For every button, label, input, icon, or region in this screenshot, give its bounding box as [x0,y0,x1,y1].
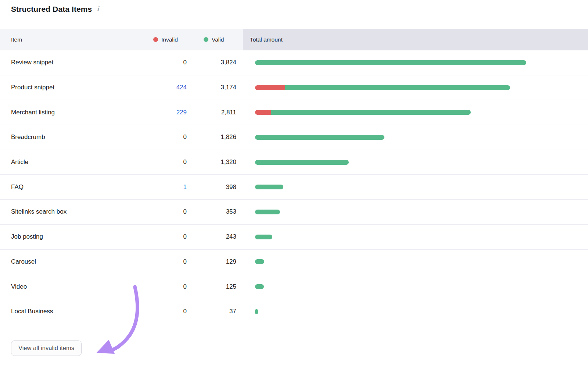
item-name: Sitelinks search box [0,208,145,215]
item-name: FAQ [0,183,145,191]
valid-bar-segment [255,259,264,264]
invalid-legend-dot-icon [153,37,158,42]
valid-count: 37 [190,308,243,315]
column-header-invalid: Invalid [145,36,190,43]
stacked-bar [255,60,526,65]
table-row: Merchant listing2292,811 [0,100,588,125]
valid-count: 3,174 [190,84,243,91]
valid-bar-segment [255,60,526,65]
item-name: Review snippet [0,59,145,66]
item-name: Job posting [0,233,145,240]
stacked-bar [255,160,349,165]
page-title: Structured Data Items [11,4,92,14]
invalid-count-link[interactable]: 1 [183,183,187,190]
table-row: FAQ1398 [0,175,588,200]
stacked-bar [255,185,283,189]
table-row: Article01,320 [0,150,588,175]
table-row: Local Business037 [0,299,588,324]
valid-bar-segment [255,185,283,189]
invalid-count: 0 [183,258,187,265]
item-name: Video [0,283,145,290]
invalid-count: 0 [183,158,187,165]
item-name: Breadcrumb [0,133,145,141]
table-row: Product snippet4243,174 [0,75,588,100]
stacked-bar [255,259,264,264]
stacked-bar [255,210,280,214]
invalid-count: 0 [183,133,187,140]
table-row: Job posting0243 [0,225,588,250]
invalid-bar-segment [255,85,285,90]
valid-bar-segment [271,110,471,115]
stacked-bar [255,309,258,314]
item-name: Product snippet [0,84,145,91]
table-row: Breadcrumb01,826 [0,125,588,150]
invalid-legend-label: Invalid [161,36,178,43]
stacked-bar [255,110,471,115]
invalid-count: 0 [183,308,187,315]
item-name: Local Business [0,308,145,315]
info-icon[interactable]: i [97,4,99,14]
valid-count: 125 [190,283,243,290]
invalid-count: 0 [183,59,187,66]
stacked-bar [255,284,264,289]
item-name: Carousel [0,258,145,265]
valid-bar-segment [255,284,264,289]
stacked-bar [255,235,272,239]
table-row: Review snippet03,824 [0,50,588,75]
valid-count: 243 [190,233,243,240]
valid-count: 353 [190,208,243,215]
table-row: Video0125 [0,274,588,299]
valid-count: 398 [190,183,243,191]
valid-legend-dot-icon [204,37,208,42]
valid-count: 3,824 [190,59,243,66]
invalid-count-link[interactable]: 424 [176,84,187,91]
invalid-count: 0 [183,233,187,240]
valid-bar-segment [255,160,349,165]
item-name: Merchant listing [0,109,145,116]
invalid-count: 0 [183,283,187,290]
valid-bar-segment [255,309,258,314]
table-header: Item Invalid Valid Total amount [0,29,588,50]
column-header-valid: Valid [190,36,243,43]
footer-actions: View all invalid items [11,340,588,356]
invalid-bar-segment [255,110,271,115]
valid-bar-segment [255,235,272,239]
table-body: Review snippet03,824Product snippet4243,… [0,50,588,324]
column-header-total-amount[interactable]: Total amount [243,29,588,50]
valid-bar-segment [285,85,510,90]
structured-data-items-panel: { "page": { "title": "Structured Data It… [0,0,588,371]
stacked-bar [255,135,384,140]
item-name: Article [0,158,145,166]
valid-count: 129 [190,258,243,265]
valid-count: 1,320 [190,158,243,166]
valid-count: 1,826 [190,133,243,141]
column-header-item: Item [0,36,145,43]
view-all-invalid-items-button[interactable]: View all invalid items [11,340,82,356]
invalid-count: 0 [183,208,187,215]
valid-bar-segment [255,135,384,140]
stacked-bar [255,85,510,90]
valid-count: 2,811 [190,109,243,116]
total-amount-label: Total amount [250,36,283,43]
table-row: Carousel0129 [0,250,588,275]
table-row: Sitelinks search box0353 [0,200,588,225]
valid-bar-segment [255,210,280,214]
invalid-count-link[interactable]: 229 [176,109,187,116]
panel-header: Structured Data Items i [0,0,588,29]
valid-legend-label: Valid [212,36,224,43]
